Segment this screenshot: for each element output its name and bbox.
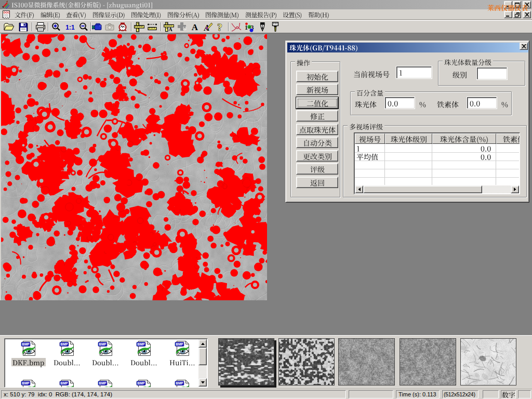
dialog-close-button[interactable] [520, 43, 528, 50]
bmp-file-icon[interactable]: BMP [175, 379, 190, 388]
menu-item-settings[interactable] [280, 10, 305, 19]
file-scroll-down-button[interactable] [198, 378, 207, 387]
print-icon [35, 22, 46, 32]
menu-item-image-analysis[interactable] [164, 10, 203, 19]
menu-item-edit[interactable] [37, 10, 63, 19]
still-camera-button[interactable] [103, 21, 116, 33]
zoom-out-button[interactable] [77, 21, 90, 33]
toolbar-separator [161, 22, 162, 31]
file-scroll-thumb[interactable] [198, 348, 207, 365]
curves-icon [231, 22, 242, 32]
menu-item-measure-report[interactable] [242, 10, 280, 19]
letter-a-pencil-icon: A [203, 22, 213, 32]
zoom-in-button[interactable] [49, 21, 63, 33]
menu-item-image-measure[interactable] [202, 10, 242, 19]
level-label [453, 69, 467, 80]
pen-icon [257, 22, 268, 32]
file-label[interactable] [127, 358, 161, 366]
thumbnail-1[interactable] [218, 338, 274, 385]
file-label[interactable] [88, 358, 123, 366]
status-time: Time (s): 0.113 [396, 390, 440, 398]
row2-content[interactable] [481, 152, 491, 161]
bmp-file-icon[interactable]: BMP [98, 379, 113, 388]
curve-analysis-button[interactable] [230, 21, 243, 33]
change-class-button[interactable] [296, 150, 338, 162]
bmp-file-icon[interactable]: BMP [98, 340, 113, 356]
thumbnail-4[interactable] [400, 338, 456, 385]
pick-pearlite-button[interactable] [296, 124, 338, 135]
move-disabled-button[interactable] [176, 21, 189, 33]
print-button[interactable] [34, 21, 47, 33]
bmp-file-icon[interactable]: BMP [136, 340, 152, 356]
bmp-file-icon[interactable]: BMP [21, 379, 36, 388]
file-label[interactable] [11, 358, 46, 366]
binarize-button[interactable] [296, 97, 338, 109]
new-field-button[interactable] [296, 84, 338, 95]
operation-group-label [295, 58, 312, 68]
ferrite-percent-sign [501, 99, 508, 110]
table-hscroll-right-button[interactable] [511, 185, 519, 193]
thumbnail-5[interactable] [460, 338, 516, 385]
bmp-file-icon[interactable]: BMP [59, 379, 75, 388]
menu-item-image-processing[interactable] [128, 10, 164, 19]
header-pearlite-level[interactable] [385, 134, 432, 144]
level-input[interactable] [477, 68, 507, 79]
rating-table [354, 132, 520, 194]
brush-button[interactable] [269, 21, 282, 33]
dialog-title-bar[interactable] [287, 43, 528, 52]
pen-button[interactable] [256, 21, 269, 33]
rate-button[interactable] [296, 163, 338, 175]
thumbnail-3[interactable] [338, 338, 395, 385]
menu-item-help[interactable] [305, 10, 332, 19]
bmp-file-icon[interactable]: BMP [21, 340, 36, 356]
init-button[interactable] [296, 71, 338, 82]
distance-icon [147, 22, 157, 32]
percent-group-label [355, 88, 385, 98]
current-field-input[interactable] [396, 66, 432, 78]
percent-group [350, 91, 512, 115]
menu-item-file[interactable] [11, 10, 37, 19]
fix-button[interactable] [296, 110, 338, 122]
caliper-button[interactable] [132, 21, 146, 33]
pearlite-percent-sign [419, 99, 426, 110]
menu-bar: DOC [0, 9, 532, 20]
header-ferrite-content[interactable] [496, 134, 520, 144]
distance-measure-button[interactable] [145, 21, 159, 33]
table-hscroll-left-button[interactable] [355, 185, 363, 193]
thumbnail-2[interactable] [278, 338, 335, 385]
file-label[interactable] [165, 358, 200, 366]
svg-text:BMP: BMP [60, 342, 68, 346]
file-label[interactable] [50, 358, 84, 366]
classify-button[interactable]: 1 a 3 [243, 21, 256, 33]
zoom-in-icon [51, 22, 61, 32]
toolbar-separator [228, 22, 229, 31]
menu-item-image-display[interactable] [89, 10, 128, 19]
caliper-annotate-button[interactable]: A [162, 21, 176, 33]
return-button[interactable] [296, 177, 338, 188]
toolbar: 1:1 [0, 20, 532, 33]
metallographic-image[interactable] [1, 34, 267, 300]
open-button[interactable] [2, 21, 16, 33]
actual-size-button[interactable]: 1:1 [63, 21, 77, 33]
caliper-icon [134, 22, 144, 32]
timer-button[interactable] [116, 21, 129, 33]
clock-icon [117, 22, 128, 32]
help-button[interactable]: ? [213, 21, 227, 33]
auto-classify-button[interactable] [296, 137, 338, 148]
bmp-file-icon[interactable]: BMP [59, 340, 75, 356]
svg-text:DOC: DOC [4, 11, 10, 14]
video-camera-button[interactable] [90, 21, 103, 33]
menu-item-view[interactable] [63, 10, 89, 19]
table-hscroll-thumb[interactable] [363, 185, 482, 193]
save-button[interactable] [17, 21, 30, 33]
status-mode [501, 390, 516, 398]
row2-field[interactable] [356, 152, 378, 161]
text-button[interactable]: A [188, 21, 202, 33]
bmp-file-icon[interactable]: BMP [136, 379, 152, 388]
bmp-file-icon[interactable]: BMP [175, 340, 190, 356]
app-icon [1, 1, 9, 9]
pearlite-input[interactable] [385, 97, 415, 109]
ferrite-input[interactable] [467, 97, 497, 109]
document-icon: DOC [2, 10, 10, 19]
file-scroll-up-button[interactable] [198, 339, 207, 348]
